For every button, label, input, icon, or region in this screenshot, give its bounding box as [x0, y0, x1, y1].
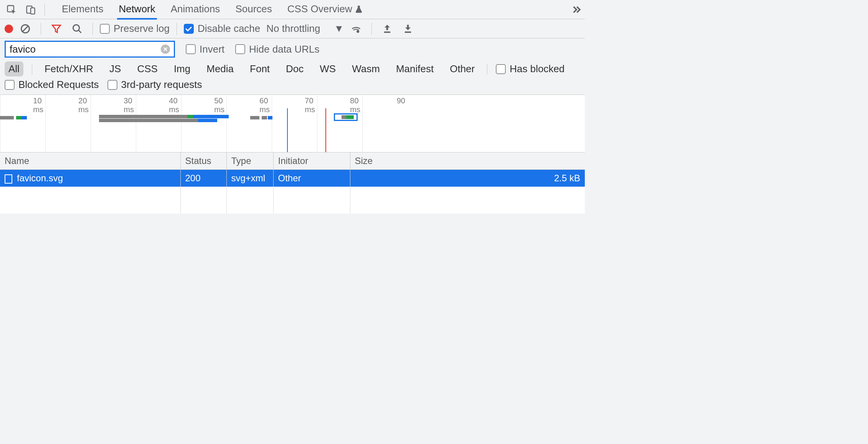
- blocked-requests-label: Blocked Requests: [18, 79, 99, 91]
- disable-cache-checkbox[interactable]: Disable cache: [184, 23, 260, 35]
- type-filter-wasm[interactable]: Wasm: [348, 61, 384, 76]
- tick-label: 50 ms: [214, 96, 224, 114]
- type-filter-fetchxhr[interactable]: Fetch/XHR: [41, 61, 97, 76]
- invert-checkbox[interactable]: Invert: [186, 43, 224, 55]
- tick-label: 80 ms: [350, 96, 360, 114]
- resource-type-filter-row-2: Blocked Requests 3rd-party requests: [0, 78, 585, 95]
- network-timeline-overview[interactable]: 10 ms 20 ms 30 ms 40 ms 50 ms 60 ms 70 m…: [0, 95, 585, 152]
- network-toolbar: Preserve log Disable cache No throttling…: [0, 19, 585, 38]
- type-filter-all[interactable]: All: [5, 61, 23, 76]
- type-filter-other[interactable]: Other: [446, 61, 479, 76]
- clear-filter-icon[interactable]: [161, 45, 170, 54]
- cell-status: 200: [180, 170, 226, 187]
- tab-animations[interactable]: Animations: [171, 3, 220, 16]
- col-status[interactable]: Status: [180, 152, 226, 170]
- resource-type-filter-row: All Fetch/XHR JS CSS Img Media Font Doc …: [0, 60, 585, 78]
- third-party-label: 3rd-party requests: [121, 79, 202, 91]
- timeline-bar: [342, 115, 346, 119]
- tick-label: 40 ms: [169, 96, 179, 114]
- filter-toggle-icon[interactable]: [48, 20, 65, 37]
- checkbox-icon: [496, 64, 506, 74]
- svg-rect-9: [405, 31, 411, 33]
- more-tabs-chevron-icon[interactable]: [570, 4, 582, 15]
- clear-log-icon[interactable]: [17, 20, 34, 37]
- has-blocked-checkbox[interactable]: Has blocked: [496, 63, 564, 75]
- divider: [177, 23, 177, 35]
- divider: [487, 64, 487, 75]
- checkbox-icon: [5, 80, 15, 90]
- svg-rect-8: [384, 31, 390, 33]
- network-conditions-icon[interactable]: [348, 20, 365, 37]
- timeline-bar: [198, 119, 217, 122]
- type-filter-font[interactable]: Font: [246, 61, 274, 76]
- type-filter-css[interactable]: CSS: [133, 61, 161, 76]
- search-icon[interactable]: [69, 20, 86, 37]
- tab-elements[interactable]: Elements: [62, 3, 103, 16]
- invert-label: Invert: [200, 43, 224, 55]
- filter-input-wrap: [5, 41, 175, 58]
- throttling-label: No throttling: [266, 23, 320, 35]
- col-type[interactable]: Type: [226, 152, 273, 170]
- type-filter-doc[interactable]: Doc: [282, 61, 307, 76]
- tab-network[interactable]: Network: [119, 3, 155, 16]
- record-button[interactable]: [5, 25, 13, 33]
- inspect-element-icon[interactable]: [3, 1, 20, 18]
- checkbox-icon: [107, 80, 117, 90]
- disable-cache-label: Disable cache: [198, 23, 260, 35]
- tab-css-overview[interactable]: CSS Overview: [287, 3, 363, 16]
- filter-input[interactable]: [10, 43, 148, 55]
- third-party-checkbox[interactable]: 3rd-party requests: [107, 79, 202, 91]
- cell-size: 2.5 kB: [350, 170, 585, 187]
- hide-data-urls-checkbox[interactable]: Hide data URLs: [235, 43, 320, 55]
- tick-label: 60 ms: [259, 96, 270, 114]
- timeline-bar: [250, 116, 259, 119]
- throttling-select[interactable]: No throttling ▼: [266, 23, 344, 35]
- cell-name: favicon.svg: [17, 173, 63, 183]
- file-icon: [5, 174, 12, 184]
- timeline-bar: [187, 115, 193, 118]
- type-filter-ws[interactable]: WS: [316, 61, 340, 76]
- timeline-bar: [193, 115, 229, 118]
- divider: [32, 64, 32, 75]
- type-filter-js[interactable]: JS: [106, 61, 125, 76]
- cell-initiator: Other: [273, 170, 350, 187]
- timeline-bar: [346, 115, 354, 119]
- tick-label: 10 ms: [33, 96, 43, 114]
- blocked-requests-checkbox[interactable]: Blocked Requests: [5, 79, 99, 91]
- tick-label: 90: [397, 96, 405, 105]
- domcontentloaded-marker: [287, 108, 288, 152]
- timeline-bar: [262, 116, 267, 119]
- preserve-log-checkbox[interactable]: Preserve log: [100, 23, 170, 35]
- timeline-bar: [21, 116, 27, 119]
- devtools-panel-tabs: Elements Network Animations Sources CSS …: [62, 3, 557, 16]
- svg-point-7: [357, 30, 359, 32]
- divider: [92, 23, 93, 35]
- col-name[interactable]: Name: [0, 152, 180, 170]
- timeline-bar: [99, 115, 187, 118]
- toggle-device-toolbar-icon[interactable]: [22, 1, 39, 18]
- download-icon[interactable]: [399, 20, 416, 37]
- tick-label: 30 ms: [124, 96, 134, 114]
- upload-icon[interactable]: [379, 20, 396, 37]
- tab-sources[interactable]: Sources: [235, 3, 272, 16]
- table-empty-area: [0, 187, 585, 214]
- svg-rect-2: [31, 8, 35, 14]
- timeline-bar: [0, 116, 14, 119]
- checkbox-icon: [100, 24, 110, 34]
- divider: [371, 23, 372, 35]
- type-filter-img[interactable]: Img: [170, 61, 194, 76]
- svg-line-6: [79, 30, 81, 33]
- svg-point-5: [73, 25, 79, 31]
- devtools-top-tabbar: Elements Network Animations Sources CSS …: [0, 0, 585, 19]
- table-row[interactable]: favicon.svg 200 svg+xml Other 2.5 kB: [0, 170, 585, 187]
- type-filter-media[interactable]: Media: [203, 61, 238, 76]
- type-filter-manifest[interactable]: Manifest: [392, 61, 437, 76]
- flask-icon: [355, 5, 363, 13]
- checkbox-checked-icon: [184, 24, 194, 34]
- checkbox-icon: [235, 44, 245, 54]
- col-size[interactable]: Size: [350, 152, 585, 170]
- timeline-bar: [16, 116, 21, 119]
- divider: [41, 23, 41, 35]
- col-initiator[interactable]: Initiator: [273, 152, 350, 170]
- tab-css-overview-label: CSS Overview: [287, 3, 352, 15]
